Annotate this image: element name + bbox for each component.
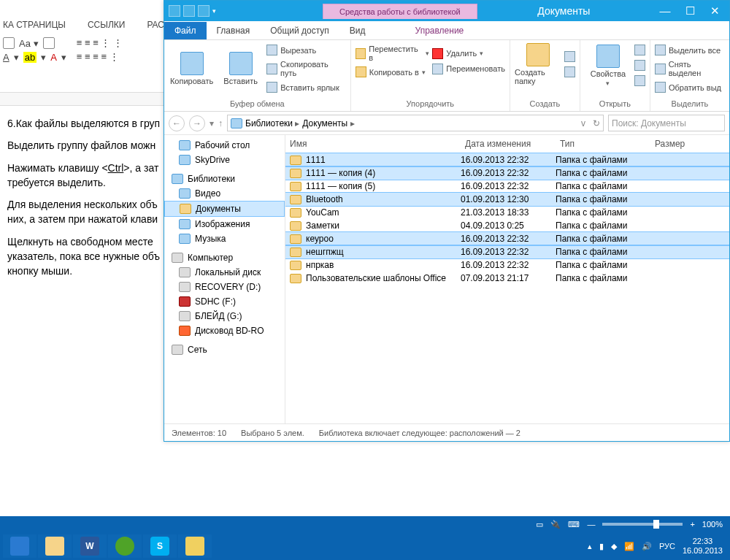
file-tab[interactable]: Файл [164,22,207,39]
breadcrumb-segment[interactable]: Библиотеки [245,118,299,129]
nav-pictures[interactable]: Изображения [164,217,285,231]
paste-shortcut-button[interactable]: Вставить ярлык [266,80,345,94]
nav-recovery[interactable]: RECOVERY (D:) [164,280,285,294]
invert-selection-button[interactable]: Обратить выд [655,80,725,94]
search-input[interactable]: Поиск: Документы [608,115,725,131]
open-icon [634,45,645,55]
breadcrumb-segment[interactable]: Документы [302,118,354,129]
nav-skydrive[interactable]: SkyDrive [164,153,285,167]
home-tab[interactable]: Главная [207,22,261,39]
copy-to-button[interactable]: Копировать в [356,65,430,79]
file-row[interactable]: нпркав16.09.2013 22:32Папка с файлами [285,258,729,272]
file-type: Папка с файлами [556,207,650,218]
file-row[interactable]: Пользовательские шаблоны Office07.09.201… [285,272,729,285]
manage-tab[interactable]: Управление [405,22,474,39]
move-to-button[interactable]: Переместить в [356,43,430,64]
nav-music[interactable]: Музыка [164,231,285,246]
copy-button[interactable]: Копировать [169,43,215,94]
refresh-button[interactable]: ↻ [593,118,600,129]
file-row[interactable]: Bluetooth01.09.2013 12:30Папка с файлами [285,193,729,206]
copy-path-button[interactable]: Скопировать путь [266,58,345,79]
file-row[interactable]: 111116.09.2013 22:32Папка с файлами [285,153,729,166]
language-indicator[interactable]: РУС [659,542,675,551]
properties-button[interactable]: Свойства [585,43,631,88]
col-type[interactable]: Тип [556,135,650,153]
taskbar-explorer[interactable] [38,534,72,558]
col-size[interactable]: Размер [650,135,702,153]
history-button[interactable] [634,74,645,88]
file-row[interactable]: Заметки04.09.2013 0:25Папка с файлами [285,219,729,232]
forward-button[interactable]: → [189,115,205,131]
clock[interactable]: 22:33 16.09.2013 [683,537,723,556]
col-date[interactable]: Дата изменения [461,135,556,153]
recent-dropdown-icon[interactable]: ▾ [210,118,214,129]
explorer-window: ▾ Средства работы с библиотекой Документ… [164,0,730,442]
address-dropdown-icon[interactable]: v [581,118,585,129]
minus-icon[interactable]: — [587,520,595,529]
access-icon [564,66,575,77]
cut-button[interactable]: Вырезать [266,43,345,57]
file-type: Папка с файлами [556,168,650,178]
tray-icon[interactable]: ◆ [611,542,617,551]
nav-network[interactable]: Сеть [164,342,285,357]
explorer-titlebar[interactable]: ▾ Средства работы с библиотекой Документ… [164,1,729,21]
select-none-button[interactable]: Снять выделен [655,58,725,79]
taskbar-skype[interactable]: S [143,534,177,558]
taskbar-word[interactable]: W [73,534,107,558]
edit-button[interactable] [634,58,645,72]
nav-sdhc[interactable]: SDHC (F:) [164,294,285,309]
file-row[interactable]: кеуроо16.09.2013 22:32Папка с файлами [285,232,729,245]
nav-bdrom[interactable]: Дисковод BD-RO [164,323,285,338]
nav-videos[interactable]: Видео [164,186,285,201]
qat-icon[interactable] [183,5,195,17]
taskbar-utorrent[interactable] [108,534,142,558]
nav-local-disk[interactable]: Локальный диск [164,265,285,280]
file-date: 16.09.2013 22:32 [461,234,556,244]
delete-button[interactable]: Удалить [432,47,505,61]
minimize-button[interactable]: — [656,4,674,18]
file-list[interactable]: Имя Дата изменения Тип Размер 111116.09.… [285,135,729,423]
file-row[interactable]: нешгпжщ16.09.2013 22:32Папка с файлами [285,245,729,258]
file-row[interactable]: 1111 — копия (5)16.09.2013 22:32Папка с … [285,180,729,193]
easy-access-button[interactable] [564,65,575,79]
status-item-count: Элементов: 10 [172,429,226,437]
file-row[interactable]: YouCam21.03.2013 18:33Папка с файлами [285,206,729,219]
taskbar-app[interactable] [178,534,212,558]
nav-computer[interactable]: Компьютер [164,250,285,265]
qat-icon[interactable] [198,5,210,17]
volume-icon[interactable]: 🔊 [642,542,652,551]
plus-icon[interactable]: + [690,520,694,529]
close-button[interactable]: ✕ [706,4,723,18]
address-bar[interactable]: Библиотеки Документы v ↻ [227,115,604,131]
nav-bleyd[interactable]: БЛЕЙД (G:) [164,309,285,323]
col-name[interactable]: Имя [285,135,461,153]
up-button[interactable]: ↑ [218,118,223,129]
battery-icon[interactable]: ▮ [599,542,604,551]
sd-icon [179,296,191,307]
qat-icon[interactable] [169,5,180,17]
new-folder-button[interactable]: Создать папку [515,43,561,85]
file-row[interactable]: 1111 — копия (4)16.09.2013 22:32Папка с … [285,166,729,180]
network-icon[interactable]: 📶 [624,542,634,551]
word-tab[interactable]: ССЫЛКИ [85,18,128,34]
nav-desktop[interactable]: Рабочий стол [164,138,285,153]
qat-dropdown-icon[interactable]: ▾ [212,7,216,15]
navigation-pane[interactable]: Рабочий стол SkyDrive Библиотеки Видео Д… [164,135,285,423]
back-button[interactable]: ← [169,115,185,131]
file-date: 21.03.2013 18:33 [461,207,556,218]
view-tab[interactable]: Вид [339,22,376,39]
tray-up-icon[interactable]: ▴ [588,542,592,551]
maximize-button[interactable]: ☐ [681,4,699,18]
select-all-button[interactable]: Выделить все [655,43,725,57]
nav-libraries[interactable]: Библиотеки [164,172,285,186]
paste-button[interactable]: Вставить [218,43,264,94]
taskbar-ie[interactable] [3,534,36,558]
nav-documents[interactable]: Документы [164,201,285,217]
rename-button[interactable]: Переименовать [432,62,505,76]
brightness-slider[interactable] [602,523,683,526]
new-item-button[interactable] [564,50,575,64]
share-tab[interactable]: Общий доступ [260,22,339,39]
file-type: Папка с файлами [556,260,650,270]
open-button[interactable] [634,43,645,57]
word-tab[interactable]: КА СТРАНИЦЫ [0,18,69,34]
